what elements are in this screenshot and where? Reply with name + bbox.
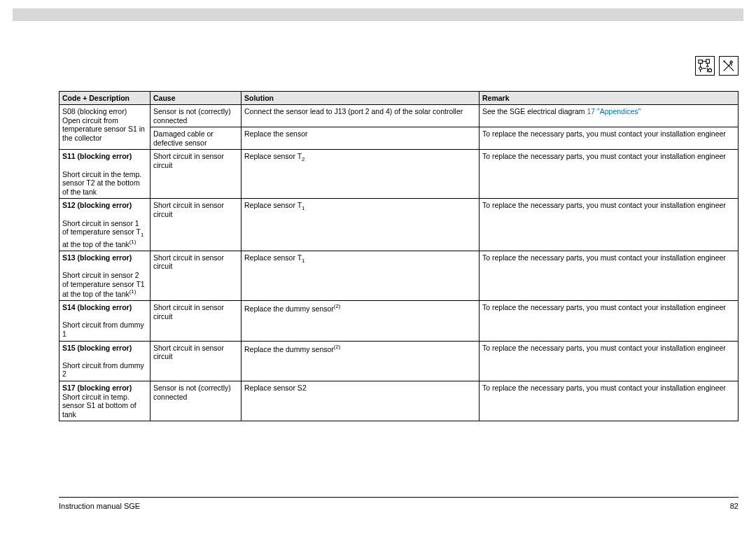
cell-solution: Replace sensor T1 [241,199,479,251]
svg-point-7 [708,69,712,72]
cell-code: S08 (blocking error)Open circuit from te… [59,105,150,150]
cell-remark: To replace the necessary parts, you must… [479,381,738,421]
table-row: S12 (blocking error)Short circuit in sen… [59,199,738,251]
cell-cause: Short circuit in sensor circuit [150,150,241,199]
cell-code: S15 (blocking error)Short circuit from d… [59,341,150,381]
footer-right: 82 [730,502,738,510]
tools-icon [719,56,738,76]
cell-cause: Short circuit in sensor circuit [150,301,241,341]
cell-remark: To replace the necessary parts, you must… [479,251,738,300]
table-row: S11 (blocking error)Short circuit in the… [59,150,738,199]
header-remark: Remark [479,92,738,105]
cell-cause: Short circuit in sensor circuit [150,251,241,300]
cell-solution: Replace the sensor [241,127,479,150]
svg-point-2 [699,67,702,70]
footer-left: Instruction manual SGE [59,502,140,510]
cell-solution: Replace the dummy sensor(2) [241,341,479,381]
electrical-diagram-icon [695,56,715,76]
cell-remark: To replace the necessary parts, you must… [479,150,738,199]
svg-rect-0 [699,60,703,64]
cell-solution: Replace the dummy sensor(2) [241,301,479,341]
cell-cause: Damaged cable or defective sensor [150,127,241,150]
error-codes-table: Code + Description Cause Solution Remark… [59,91,738,421]
cell-solution: Replace sensor T1 [241,251,479,300]
table-body: S08 (blocking error)Open circuit from te… [59,105,738,421]
table-row: Damaged cable or defective sensorReplace… [59,127,738,150]
cell-cause: Sensor is not (correctly) connected [150,381,241,421]
cell-remark: To replace the necessary parts, you must… [479,301,738,341]
cell-remark: To replace the necessary parts, you must… [479,127,738,150]
cell-code: S17 (blocking error)Short circuit in tem… [59,381,150,421]
cell-solution: Replace sensor S2 [241,381,479,421]
main-content: Code + Description Cause Solution Remark… [59,91,738,421]
cell-cause: Short circuit in sensor circuit [150,199,241,251]
table-row: S14 (blocking error)Short circuit from d… [59,301,738,341]
header-cause: Cause [150,92,241,105]
cell-code: S11 (blocking error)Short circuit in the… [59,150,150,199]
header-solution: Solution [241,92,479,105]
svg-rect-5 [706,59,710,64]
top-grey-bar [13,8,743,21]
cell-solution: Connect the sensor lead to J13 (port 2 a… [241,105,479,127]
cell-remark: To replace the necessary parts, you must… [479,341,738,381]
table-row: S13 (blocking error)Short circuit in sen… [59,251,738,300]
cell-remark: To replace the necessary parts, you must… [479,199,738,251]
header-icons [695,56,738,76]
cell-code: S14 (blocking error)Short circuit from d… [59,301,150,341]
cell-cause: Sensor is not (correctly) connected [150,105,241,127]
table-row: S17 (blocking error)Short circuit in tem… [59,381,738,421]
cell-remark: See the SGE electrical diagram 17 "Appen… [479,105,738,127]
cell-code: S12 (blocking error)Short circuit in sen… [59,199,150,251]
header-code: Code + Description [59,92,150,105]
page-footer: Instruction manual SGE 82 [59,497,738,510]
table-header-row: Code + Description Cause Solution Remark [59,92,738,105]
cell-solution: Replace sensor T2 [241,150,479,199]
cell-code: S13 (blocking error)Short circuit in sen… [59,251,150,300]
cell-cause: Short circuit in sensor circuit [150,341,241,381]
table-row: S08 (blocking error)Open circuit from te… [59,105,738,127]
table-row: S15 (blocking error)Short circuit from d… [59,341,738,381]
